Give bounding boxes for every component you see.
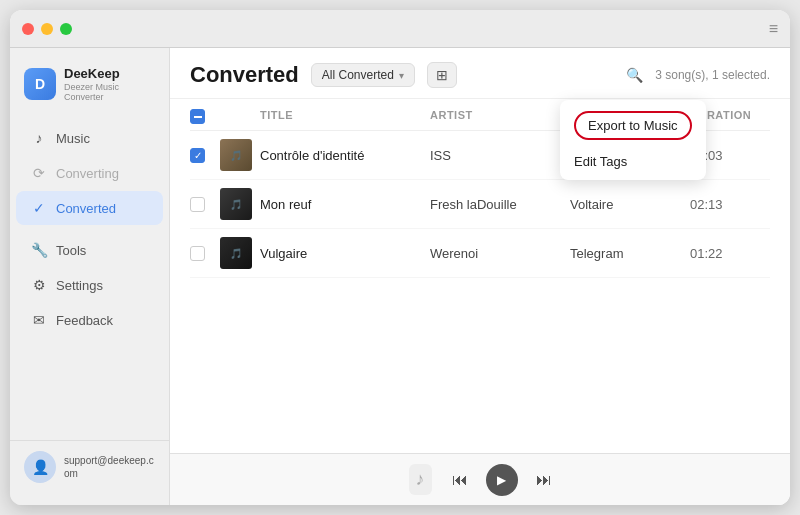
header-right: 🔍 3 song(s), 1 selected.	[626, 67, 770, 83]
row3-thumb: 🎵	[220, 237, 252, 269]
col-title: TITLE	[260, 109, 430, 124]
support-email: support@deekeep.com	[64, 454, 155, 480]
sidebar-item-converting: ⟳ Converting	[16, 156, 163, 190]
row2-album: Voltaire	[570, 197, 690, 212]
search-icon[interactable]: 🔍	[626, 67, 643, 83]
song-count: 3 song(s), 1 selected.	[655, 68, 770, 82]
export-to-music-item[interactable]: Export to Music	[560, 104, 706, 147]
brand-icon: D	[24, 68, 56, 100]
sidebar-item-tools[interactable]: 🔧 Tools	[16, 233, 163, 267]
sidebar: D DeeKeep Deezer Music Converter ♪ Music…	[10, 48, 170, 505]
row1-thumb-inner: 🎵	[220, 139, 252, 171]
sidebar-bottom: 👤 support@deekeep.com	[10, 440, 169, 493]
tools-icon: 🔧	[30, 241, 48, 259]
row2-checkbox-cell	[190, 197, 220, 212]
sidebar-item-music[interactable]: ♪ Music	[16, 121, 163, 155]
table-row[interactable]: 🎵 Mon reuf Fresh laDouille Voltaire 02:1…	[190, 180, 770, 229]
row3-checkbox-cell	[190, 246, 220, 261]
right-panel: Converted All Converted ▾ ⊞ 🔍 3 song(s),…	[170, 48, 790, 505]
row3-checkbox[interactable]	[190, 246, 205, 261]
main-content: D DeeKeep Deezer Music Converter ♪ Music…	[10, 48, 790, 505]
filter-dropdown[interactable]: All Converted ▾	[311, 63, 415, 87]
brand-name: DeeKeep	[64, 66, 155, 81]
minimize-button[interactable]	[41, 23, 53, 35]
prev-button[interactable]: ⏮	[452, 471, 468, 489]
nav-section-tools: 🔧 Tools ⚙ Settings ✉ Feedback	[10, 233, 169, 337]
play-button[interactable]: ▶	[486, 464, 518, 496]
panel-header: Converted All Converted ▾ ⊞ 🔍 3 song(s),…	[170, 48, 790, 99]
filter-label: All Converted	[322, 68, 394, 82]
sidebar-item-feedback-label: Feedback	[56, 313, 113, 328]
edit-tags-label: Edit Tags	[574, 154, 627, 169]
table-row[interactable]: 🎵 Vulgaire Werenoi Telegram 01:22	[190, 229, 770, 278]
row2-duration: 02:13	[690, 197, 770, 212]
app-window: ≡ D DeeKeep Deezer Music Converter ♪ Mus…	[10, 10, 790, 505]
row2-thumb-inner: 🎵	[220, 188, 252, 220]
sidebar-item-music-label: Music	[56, 131, 90, 146]
grid-view-button[interactable]: ⊞	[427, 62, 457, 88]
sidebar-item-converting-label: Converting	[56, 166, 119, 181]
sidebar-item-feedback[interactable]: ✉ Feedback	[16, 303, 163, 337]
feedback-icon: ✉	[30, 311, 48, 329]
sidebar-item-converted[interactable]: ✓ Converted	[16, 191, 163, 225]
grid-icon: ⊞	[436, 67, 448, 83]
col-thumb	[220, 109, 260, 124]
panel-title: Converted	[190, 62, 299, 88]
converted-icon: ✓	[30, 199, 48, 217]
sidebar-item-tools-label: Tools	[56, 243, 86, 258]
player-controls: ⏮ ▶ ⏭	[452, 464, 552, 496]
music-note-icon: ♪	[409, 464, 432, 495]
brand: D DeeKeep Deezer Music Converter	[10, 60, 169, 120]
export-to-music-label[interactable]: Export to Music	[574, 111, 692, 140]
row1-checkbox-cell	[190, 148, 220, 163]
header-checkbox-cell	[190, 109, 220, 124]
row3-duration: 01:22	[690, 246, 770, 261]
avatar: 👤	[24, 451, 56, 483]
row2-artist: Fresh laDouille	[430, 197, 570, 212]
action-dropdown: Export to Music Edit Tags	[560, 100, 706, 180]
chevron-down-icon: ▾	[399, 70, 404, 81]
music-icon: ♪	[30, 129, 48, 147]
player-bar: ♪ ⏮ ▶ ⏭	[170, 453, 790, 505]
brand-text: DeeKeep Deezer Music Converter	[64, 66, 155, 102]
menu-icon[interactable]: ≡	[769, 20, 778, 38]
traffic-lights	[22, 23, 72, 35]
converting-icon: ⟳	[30, 164, 48, 182]
settings-icon: ⚙	[30, 276, 48, 294]
close-button[interactable]	[22, 23, 34, 35]
next-button[interactable]: ⏭	[536, 471, 552, 489]
brand-subtitle: Deezer Music Converter	[64, 82, 155, 102]
row3-album: Telegram	[570, 246, 690, 261]
header-checkbox[interactable]	[190, 109, 205, 124]
row1-title: Contrôle d'identité	[260, 148, 430, 163]
row3-thumb-inner: 🎵	[220, 237, 252, 269]
sidebar-nav: ♪ Music ⟳ Converting ✓ Converted 🔧 Tools	[10, 120, 169, 440]
row2-thumb: 🎵	[220, 188, 252, 220]
row2-checkbox[interactable]	[190, 197, 205, 212]
row3-title: Vulgaire	[260, 246, 430, 261]
sidebar-item-settings[interactable]: ⚙ Settings	[16, 268, 163, 302]
row1-checkbox[interactable]	[190, 148, 205, 163]
sidebar-item-settings-label: Settings	[56, 278, 103, 293]
row3-artist: Werenoi	[430, 246, 570, 261]
titlebar: ≡	[10, 10, 790, 48]
maximize-button[interactable]	[60, 23, 72, 35]
col-artist: ARTIST	[430, 109, 570, 124]
row2-title: Mon reuf	[260, 197, 430, 212]
sidebar-item-converted-label: Converted	[56, 201, 116, 216]
play-icon: ▶	[497, 473, 506, 487]
row1-artist: ISS	[430, 148, 570, 163]
edit-tags-item[interactable]: Edit Tags	[560, 147, 706, 176]
row1-thumb: 🎵	[220, 139, 252, 171]
